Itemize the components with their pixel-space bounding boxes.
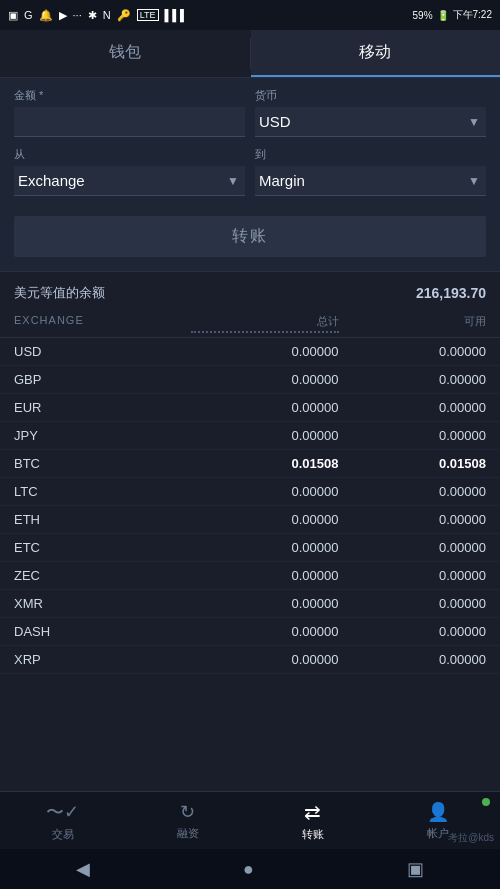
total-cell: 0.01508 bbox=[191, 456, 339, 471]
table-row[interactable]: BTC 0.01508 0.01508 bbox=[0, 450, 500, 478]
amount-group: 金额 * bbox=[14, 88, 245, 137]
available-cell: 0.00000 bbox=[339, 652, 487, 667]
status-right-info: 59% 🔋 下午7:22 bbox=[413, 8, 492, 22]
nav-item-fund[interactable]: ↻ 融资 bbox=[125, 792, 250, 849]
home-button[interactable]: ● bbox=[243, 859, 254, 880]
available-cell: 0.00000 bbox=[339, 624, 487, 639]
table-row[interactable]: DASH 0.00000 0.00000 bbox=[0, 618, 500, 646]
currency-select-wrapper: USD GBP EUR BTC ▼ bbox=[255, 107, 486, 137]
amount-input[interactable] bbox=[14, 107, 245, 137]
fund-icon: ↻ bbox=[180, 801, 195, 823]
th-total: 总计 bbox=[191, 314, 339, 333]
coin-cell: ETH bbox=[14, 512, 191, 527]
tab-wallet-label: 钱包 bbox=[109, 42, 141, 63]
table-row[interactable]: ETH 0.00000 0.00000 bbox=[0, 506, 500, 534]
nav-item-transfer[interactable]: ⇄ 转账 bbox=[250, 792, 375, 849]
balance-label: 美元等值的余额 bbox=[14, 284, 105, 302]
th-available: 可用 bbox=[339, 314, 487, 333]
balance-section: 美元等值的余额 216,193.70 bbox=[0, 271, 500, 310]
total-cell: 0.00000 bbox=[191, 428, 339, 443]
nav-item-trade[interactable]: 〜✓ 交易 bbox=[0, 792, 125, 849]
icon-bell: 🔔 bbox=[39, 9, 53, 22]
coin-cell: XMR bbox=[14, 596, 191, 611]
table-row[interactable]: ZEC 0.00000 0.00000 bbox=[0, 562, 500, 590]
available-cell: 0.00000 bbox=[339, 372, 487, 387]
th-section: EXCHANGE bbox=[14, 314, 191, 333]
system-nav-bar: ◀ ● ▣ bbox=[0, 849, 500, 889]
nav-label-transfer: 转账 bbox=[302, 827, 324, 842]
table-row[interactable]: JPY 0.00000 0.00000 bbox=[0, 422, 500, 450]
tab-wallet[interactable]: 钱包 bbox=[0, 30, 250, 77]
total-cell: 0.00000 bbox=[191, 400, 339, 415]
coin-cell: EUR bbox=[14, 400, 191, 415]
icon-app2: G bbox=[24, 9, 33, 21]
transfer-btn-wrapper: 转账 bbox=[0, 206, 500, 271]
total-cell: 0.00000 bbox=[191, 372, 339, 387]
bottom-nav: 〜✓ 交易 ↻ 融资 ⇄ 转账 👤 帐户 bbox=[0, 791, 500, 849]
balance-value: 216,193.70 bbox=[416, 285, 486, 301]
icon-dots: ··· bbox=[73, 9, 82, 21]
table-row[interactable]: EUR 0.00000 0.00000 bbox=[0, 394, 500, 422]
available-cell: 0.01508 bbox=[339, 456, 487, 471]
tab-transfer-label: 移动 bbox=[359, 42, 391, 63]
currency-group: 货币 USD GBP EUR BTC ▼ bbox=[255, 88, 486, 137]
recent-button[interactable]: ▣ bbox=[407, 858, 424, 880]
available-cell: 0.00000 bbox=[339, 428, 487, 443]
transfer-button[interactable]: 转账 bbox=[14, 216, 486, 257]
icon-play: ▶ bbox=[59, 9, 67, 22]
coin-cell: DASH bbox=[14, 624, 191, 639]
icon-signal: ▌▌▌ bbox=[165, 9, 188, 21]
nav-label-trade: 交易 bbox=[52, 827, 74, 842]
account-online-dot bbox=[482, 798, 490, 806]
icon-bluetooth: ✱ bbox=[88, 9, 97, 22]
coin-cell: JPY bbox=[14, 428, 191, 443]
nav-label-fund: 融资 bbox=[177, 826, 199, 841]
account-icon: 👤 bbox=[427, 801, 449, 823]
coin-cell: GBP bbox=[14, 372, 191, 387]
available-cell: 0.00000 bbox=[339, 484, 487, 499]
table-row[interactable]: LTC 0.00000 0.00000 bbox=[0, 478, 500, 506]
transfer-icon: ⇄ bbox=[304, 800, 321, 824]
coin-cell: USD bbox=[14, 344, 191, 359]
available-cell: 0.00000 bbox=[339, 344, 487, 359]
table-body: USD 0.00000 0.00000 GBP 0.00000 0.00000 … bbox=[0, 338, 500, 674]
currency-label: 货币 bbox=[255, 88, 486, 103]
from-to-row: 从 Exchange Margin Funding ▼ 到 Margin Exc… bbox=[0, 143, 500, 206]
from-select[interactable]: Exchange Margin Funding bbox=[14, 166, 245, 195]
tab-transfer[interactable]: 移动 bbox=[251, 30, 501, 77]
battery-icon: 🔋 bbox=[437, 10, 449, 21]
total-cell: 0.00000 bbox=[191, 624, 339, 639]
table-container: EXCHANGE 总计 可用 USD 0.00000 0.00000 GBP 0… bbox=[0, 310, 500, 674]
scrollable-table[interactable]: EXCHANGE 总计 可用 USD 0.00000 0.00000 GBP 0… bbox=[0, 310, 500, 791]
back-button[interactable]: ◀ bbox=[76, 858, 90, 880]
table-row[interactable]: XMR 0.00000 0.00000 bbox=[0, 590, 500, 618]
watermark: 考拉@kds bbox=[448, 831, 494, 845]
currency-select[interactable]: USD GBP EUR BTC bbox=[255, 107, 486, 136]
main-content: 钱包 移动 金额 * 货币 USD GBP EUR BTC bbox=[0, 30, 500, 791]
nav-label-account: 帐户 bbox=[427, 826, 449, 841]
status-left-icons: ▣ G 🔔 ▶ ··· ✱ N 🔑 LTE ▌▌▌ bbox=[8, 9, 188, 22]
table-row[interactable]: GBP 0.00000 0.00000 bbox=[0, 366, 500, 394]
coin-cell: ETC bbox=[14, 540, 191, 555]
table-header: EXCHANGE 总计 可用 bbox=[0, 310, 500, 338]
icon-lte: LTE bbox=[137, 9, 159, 21]
from-label: 从 bbox=[14, 147, 245, 162]
total-cell: 0.00000 bbox=[191, 344, 339, 359]
coin-cell: BTC bbox=[14, 456, 191, 471]
coin-cell: ZEC bbox=[14, 568, 191, 583]
total-cell: 0.00000 bbox=[191, 568, 339, 583]
table-row[interactable]: USD 0.00000 0.00000 bbox=[0, 338, 500, 366]
from-group: 从 Exchange Margin Funding ▼ bbox=[14, 147, 245, 196]
icon-nfc: N bbox=[103, 9, 111, 21]
table-row[interactable]: XRP 0.00000 0.00000 bbox=[0, 646, 500, 674]
amount-label: 金额 * bbox=[14, 88, 245, 103]
from-select-wrapper: Exchange Margin Funding ▼ bbox=[14, 166, 245, 196]
battery-level: 59% bbox=[413, 10, 433, 21]
coin-cell: LTC bbox=[14, 484, 191, 499]
to-select[interactable]: Margin Exchange Funding bbox=[255, 166, 486, 195]
total-cell: 0.00000 bbox=[191, 652, 339, 667]
table-row[interactable]: ETC 0.00000 0.00000 bbox=[0, 534, 500, 562]
available-cell: 0.00000 bbox=[339, 568, 487, 583]
status-bar: ▣ G 🔔 ▶ ··· ✱ N 🔑 LTE ▌▌▌ 59% 🔋 下午7:22 bbox=[0, 0, 500, 30]
total-cell: 0.00000 bbox=[191, 512, 339, 527]
